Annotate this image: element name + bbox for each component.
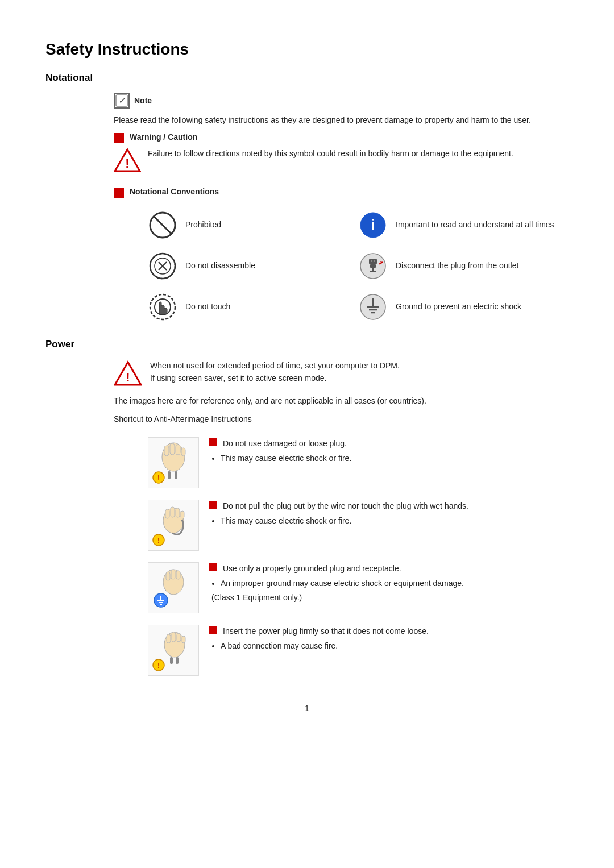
power-image-3 bbox=[148, 562, 199, 613]
convention-important-label: Important to read and understand at all … bbox=[396, 219, 554, 231]
power-item-1: ! Do not use damaged or loose plug. This… bbox=[148, 437, 569, 488]
warning-caution-row: Warning / Caution bbox=[114, 132, 569, 142]
page-title: Safety Instructions bbox=[45, 40, 569, 59]
svg-rect-44 bbox=[181, 511, 184, 518]
power-item-3-main: Use only a properly grounded plug and re… bbox=[223, 562, 401, 575]
svg-rect-42 bbox=[171, 507, 175, 517]
important-icon: i bbox=[358, 210, 388, 240]
svg-rect-57 bbox=[167, 634, 171, 643]
power-ref-text: The images here are for reference only, … bbox=[114, 394, 569, 407]
power-image-2: ! bbox=[148, 500, 199, 551]
svg-text:!: ! bbox=[157, 661, 160, 670]
svg-rect-36 bbox=[168, 471, 171, 479]
svg-text:✓: ✓ bbox=[118, 96, 126, 105]
power-item-4: ! Insert the power plug firmly so that i… bbox=[148, 625, 569, 676]
convention-disconnect: Disconnect the plug from the outlet bbox=[358, 246, 569, 286]
svg-rect-61 bbox=[170, 657, 173, 664]
convention-prohibited-label: Prohibited bbox=[185, 219, 221, 231]
svg-rect-14 bbox=[369, 259, 377, 264]
power-item-1-sub: This may cause electric shock or fire. bbox=[221, 452, 351, 464]
svg-rect-48 bbox=[166, 572, 170, 580]
power-image-4: ! bbox=[148, 625, 199, 676]
convention-disconnect-label: Disconnect the plug from the outlet bbox=[396, 260, 518, 272]
power-warning-text-2: If using screen saver, set it to active … bbox=[150, 372, 400, 384]
conventions-icon bbox=[114, 188, 124, 198]
svg-text:!: ! bbox=[126, 370, 130, 384]
svg-rect-37 bbox=[175, 471, 177, 479]
svg-rect-59 bbox=[177, 633, 181, 642]
warning-text: Failure to follow directions noted by th… bbox=[148, 148, 513, 160]
power-warning-text-1: When not used for extended period of tim… bbox=[150, 359, 400, 372]
svg-rect-35 bbox=[181, 448, 185, 456]
notational-section-title: Notational bbox=[45, 72, 569, 84]
warning-block: ! Failure to follow directions noted by … bbox=[114, 148, 569, 173]
svg-rect-43 bbox=[176, 508, 180, 517]
svg-rect-34 bbox=[176, 445, 180, 455]
power-item-3-text: Use only a properly grounded plug and re… bbox=[209, 562, 464, 604]
power-item-1-text: Do not use damaged or loose plug. This m… bbox=[209, 437, 351, 466]
convention-ground: Ground to prevent an electric shock bbox=[358, 286, 569, 327]
svg-rect-50 bbox=[176, 571, 180, 579]
note-icon: ✓ bbox=[114, 93, 130, 109]
power-item-2-main: Do not pull the plug out by the wire nor… bbox=[223, 500, 468, 512]
power-item-3-icon bbox=[209, 563, 217, 571]
conventions-title-row: Notational Conventions bbox=[114, 186, 569, 197]
note-row: ✓ Note bbox=[114, 93, 569, 109]
convention-no-touch-label: Do not touch bbox=[185, 301, 230, 313]
conventions-grid: Prohibited i Important to read and under… bbox=[148, 205, 569, 327]
ground-icon bbox=[358, 292, 388, 322]
convention-no-touch: Do not touch bbox=[148, 286, 358, 327]
convention-prohibited: Prohibited bbox=[148, 205, 358, 246]
warning-triangle-icon: ! bbox=[114, 148, 141, 173]
prohibited-icon bbox=[148, 210, 177, 240]
svg-rect-41 bbox=[165, 509, 169, 518]
no-disassemble-icon bbox=[148, 251, 177, 281]
power-item-4-text: Insert the power plug firmly so that it … bbox=[209, 625, 429, 654]
power-item-3-sub2: (Class 1 Equipment only.) bbox=[211, 591, 464, 604]
conventions-title: Notational Conventions bbox=[130, 187, 219, 196]
power-item-4-icon bbox=[209, 626, 217, 634]
power-section-title: Power bbox=[45, 339, 569, 350]
svg-rect-32 bbox=[164, 446, 169, 456]
disconnect-icon bbox=[358, 251, 388, 281]
convention-ground-label: Ground to prevent an electric shock bbox=[396, 301, 521, 313]
svg-rect-62 bbox=[176, 657, 179, 664]
page-number: 1 bbox=[45, 704, 569, 713]
power-item-4-sub: A bad connection may cause fire. bbox=[221, 639, 429, 652]
power-item-2-icon bbox=[209, 501, 217, 509]
power-item-4-main: Insert the power plug firmly so that it … bbox=[223, 625, 429, 637]
svg-rect-60 bbox=[182, 636, 185, 643]
power-item-3: Use only a properly grounded plug and re… bbox=[148, 562, 569, 613]
page: Safety Instructions Notational ✓ Note Pl… bbox=[0, 0, 614, 868]
svg-text:i: i bbox=[371, 216, 375, 233]
power-item-1-main: Do not use damaged or loose plug. bbox=[223, 437, 347, 450]
top-rule bbox=[45, 23, 569, 23]
notational-conventions: Notational Conventions Prohibited bbox=[114, 186, 569, 327]
svg-line-5 bbox=[154, 217, 171, 234]
convention-important: i Important to read and understand at al… bbox=[358, 205, 569, 246]
convention-no-disassemble-label: Do not disassemble bbox=[185, 260, 255, 272]
svg-rect-17 bbox=[370, 264, 376, 268]
power-item-1-icon bbox=[209, 438, 217, 446]
warning-caution-icon bbox=[114, 133, 124, 143]
warning-caution-label: Warning / Caution bbox=[130, 132, 197, 142]
power-content: ! When not used for extended period of t… bbox=[114, 359, 569, 676]
power-item-3-sub: An improper ground may cause electric sh… bbox=[221, 577, 464, 589]
power-item-2-sub: This may cause electric shock or fire. bbox=[221, 514, 468, 527]
power-image-1: ! bbox=[148, 437, 199, 488]
note-text: Please read the following safety instruc… bbox=[114, 114, 569, 126]
no-touch-icon bbox=[148, 292, 177, 322]
power-shortcut-text: Shortcut to Anti-Afterimage Instructions bbox=[114, 413, 569, 425]
note-label: Note bbox=[134, 96, 152, 105]
power-text-block: When not used for extended period of tim… bbox=[150, 359, 400, 385]
svg-text:!: ! bbox=[157, 536, 160, 545]
svg-rect-33 bbox=[170, 443, 175, 455]
power-item-2-text: Do not pull the plug out by the wire nor… bbox=[209, 500, 468, 529]
power-warning-block: ! When not used for extended period of t… bbox=[114, 359, 569, 387]
convention-no-disassemble: Do not disassemble bbox=[148, 246, 358, 286]
notational-content: ✓ Note Please read the following safety … bbox=[114, 93, 569, 327]
svg-rect-49 bbox=[171, 570, 175, 579]
bottom-rule bbox=[45, 693, 569, 693]
svg-rect-58 bbox=[172, 632, 176, 642]
svg-text:!: ! bbox=[125, 156, 129, 171]
